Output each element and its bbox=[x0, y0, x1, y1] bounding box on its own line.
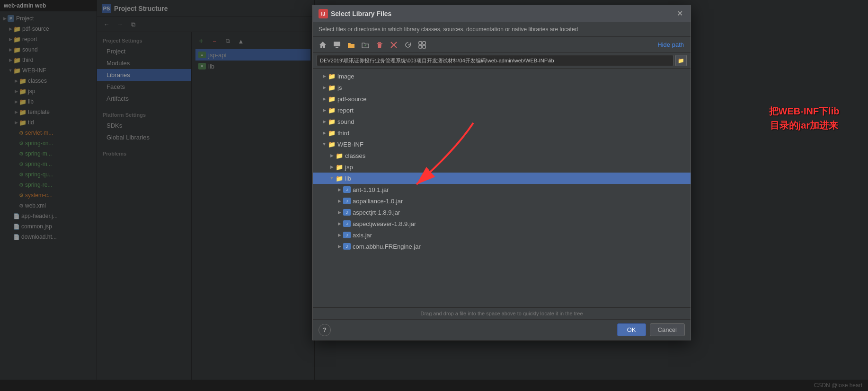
delete-button[interactable] bbox=[373, 39, 386, 51]
folder-icon: 📁 bbox=[328, 96, 336, 103]
folder-icon: 📁 bbox=[328, 107, 336, 114]
jar-icon: J bbox=[343, 198, 351, 204]
svg-text:+: + bbox=[364, 44, 366, 47]
folder-icon: 📁 bbox=[328, 84, 336, 91]
dt-item-ant[interactable]: ▶ J ant-1.10.1.jar bbox=[313, 184, 691, 195]
cancel-button[interactable]: Cancel bbox=[650, 323, 685, 336]
dialog-toolbar: + Hide path bbox=[313, 37, 691, 53]
dialog-close-button[interactable]: ✕ bbox=[674, 9, 685, 19]
svg-rect-7 bbox=[419, 42, 422, 44]
dt-item-aopalliance[interactable]: ▶ J aopalliance-1.0.jar bbox=[313, 195, 691, 207]
svg-rect-4 bbox=[377, 43, 382, 44]
jar-icon: J bbox=[343, 186, 351, 193]
jar-icon: J bbox=[343, 220, 351, 227]
desktop-button[interactable] bbox=[331, 39, 343, 51]
dialog-title-left: IJ Select Library Files bbox=[319, 9, 391, 18]
svg-rect-1 bbox=[336, 47, 338, 48]
jar-icon: J bbox=[343, 209, 351, 216]
dt-item-classes[interactable]: ▶ 📁 classes bbox=[313, 150, 691, 161]
dt-item-jsp[interactable]: ▶ 📁 jsp bbox=[313, 161, 691, 173]
hide-path-button[interactable]: Hide path bbox=[655, 40, 687, 49]
dt-item-lib[interactable]: ▼ 📁 lib bbox=[313, 173, 691, 184]
path-bar: 📁 bbox=[313, 53, 691, 69]
new-folder-button[interactable]: + bbox=[359, 39, 372, 51]
remove-button[interactable] bbox=[388, 39, 400, 51]
folder-icon: 📁 bbox=[336, 164, 343, 171]
dt-item-axis[interactable]: ▶ J axis.jar bbox=[313, 229, 691, 241]
dialog-subtitle: Select files or directories in which lib… bbox=[313, 22, 691, 37]
svg-rect-9 bbox=[419, 45, 422, 48]
dt-item-pdfsource[interactable]: ▶ 📁 pdf-source bbox=[313, 93, 691, 104]
jar-icon: J bbox=[343, 232, 351, 238]
dt-item-aspectjrt[interactable]: ▶ J aspectjrt-1.8.9.jar bbox=[313, 207, 691, 218]
select-library-files-dialog: IJ Select Library Files ✕ Select files o… bbox=[312, 5, 691, 340]
ok-button[interactable]: OK bbox=[617, 323, 646, 336]
svg-rect-3 bbox=[378, 42, 381, 43]
folder-icon: 📁 bbox=[328, 118, 336, 125]
expand-button[interactable] bbox=[416, 39, 428, 51]
svg-rect-10 bbox=[423, 45, 425, 48]
dialog-tree[interactable]: ▶ 📁 image ▶ 📁 js ▶ 📁 pdf-source ▶ 📁 repo… bbox=[313, 69, 691, 307]
dt-item-third[interactable]: ▶ 📁 third bbox=[313, 127, 691, 139]
dt-item-comabbhu[interactable]: ▶ J com.abbhu.FREngine.jar bbox=[313, 241, 691, 252]
refresh-button[interactable] bbox=[402, 39, 414, 51]
dt-item-aspectjweaver[interactable]: ▶ J aspectjweaver-1.8.9.jar bbox=[313, 218, 691, 229]
dialog-ij-icon: IJ bbox=[319, 9, 328, 18]
help-button[interactable]: ? bbox=[319, 324, 331, 336]
dialog-footer-hint: Drag and drop a file into the space abov… bbox=[313, 307, 691, 319]
dt-item-report[interactable]: ▶ 📁 report bbox=[313, 104, 691, 116]
folder-icon: 📁 bbox=[328, 73, 336, 80]
open-folder-button[interactable] bbox=[345, 39, 357, 51]
dialog-buttons: ? OK Cancel bbox=[313, 319, 691, 340]
folder-icon: 📁 bbox=[328, 141, 336, 148]
home-button[interactable] bbox=[317, 39, 329, 51]
path-input[interactable] bbox=[317, 55, 673, 66]
dt-item-webinf[interactable]: ▼ 📁 WEB-INF bbox=[313, 139, 691, 150]
jar-icon: J bbox=[343, 243, 351, 250]
dialog-title: Select Library Files bbox=[331, 10, 391, 17]
dt-item-js[interactable]: ▶ 📁 js bbox=[313, 82, 691, 93]
path-browse-button[interactable]: 📁 bbox=[675, 55, 687, 66]
folder-icon: 📁 bbox=[336, 152, 343, 159]
folder-icon: 📁 bbox=[328, 130, 336, 137]
dt-item-image[interactable]: ▶ 📁 image bbox=[313, 70, 691, 82]
dt-item-sound[interactable]: ▶ 📁 sound bbox=[313, 116, 691, 127]
svg-rect-8 bbox=[423, 42, 425, 44]
folder-icon: 📁 bbox=[336, 175, 343, 182]
svg-rect-0 bbox=[334, 42, 340, 46]
dialog-titlebar: IJ Select Library Files ✕ bbox=[313, 5, 691, 22]
